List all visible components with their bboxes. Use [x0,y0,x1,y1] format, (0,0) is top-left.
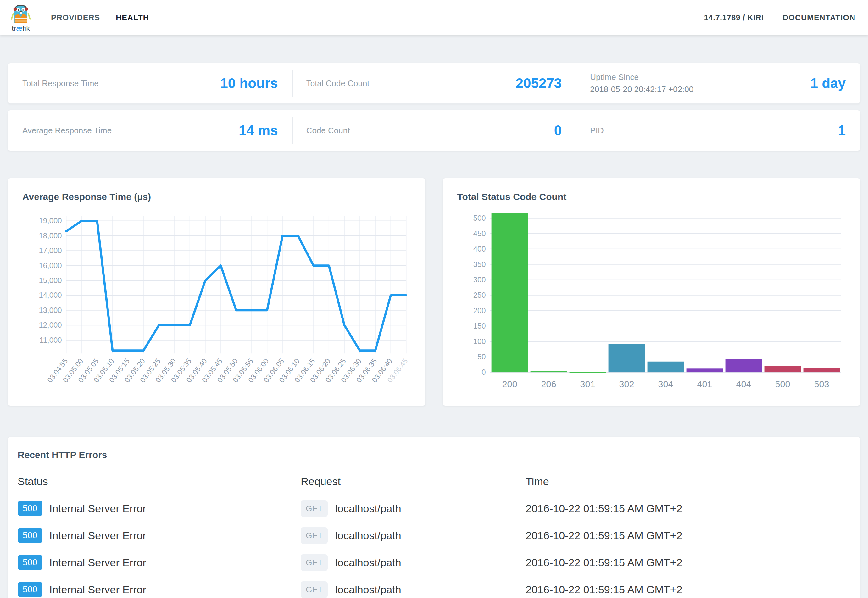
nav-item-providers[interactable]: PROVIDERS [51,13,100,22]
svg-text:18,000: 18,000 [39,232,61,240]
status-badge: 500 [18,528,42,543]
traefik-gopher-icon [9,3,32,25]
errors-table-title: Recent HTTP Errors [8,450,860,460]
svg-text:0: 0 [482,368,486,376]
svg-text:401: 401 [697,379,712,389]
column-header-time: Time [525,471,850,495]
errors-table-header: Status Request Time [8,471,860,495]
svg-text:250: 250 [473,291,486,299]
svg-text:14,000: 14,000 [39,291,61,299]
status-text: Internal Server Error [49,556,146,569]
svg-text:200: 200 [473,306,486,315]
stat-label: Code Count [306,126,350,136]
svg-text:15,000: 15,000 [39,276,61,284]
status-text: Internal Server Error [49,583,146,596]
svg-text:16,000: 16,000 [39,261,61,270]
stat-value: 1 day [810,75,846,91]
stat-average-response-time: Average Response Time 14 ms [8,111,292,151]
svg-text:404: 404 [736,379,751,389]
svg-text:350: 350 [473,260,486,269]
stats-card-totals: Total Response Time 10 hours Total Code … [8,63,860,104]
method-badge: GET [301,582,328,598]
svg-text:300: 300 [473,275,486,284]
stat-value: 1 [838,123,846,138]
stat-total-code-count: Total Code Count 205273 [292,63,576,103]
top-nav: træfik PROVIDERS HEALTH 14.7.1789 / KIRI… [0,0,868,35]
svg-text:200: 200 [502,379,517,389]
stat-code-count: Code Count 0 [292,111,576,151]
svg-text:11,000: 11,000 [39,336,61,344]
svg-text:301: 301 [580,379,595,389]
nav-item-documentation[interactable]: DOCUMENTATION [783,13,856,22]
svg-text:302: 302 [619,379,634,389]
svg-text:500: 500 [775,379,790,389]
stat-label: Total Response Time [22,79,99,88]
status-badge: 500 [18,582,42,597]
traefik-logo[interactable]: træfik [9,3,32,33]
stat-total-response-time: Total Response Time 10 hours [8,63,292,103]
error-time: 2016-10-22 01:59:15 AM GMT+2 [525,529,850,542]
svg-text:12,000: 12,000 [39,321,61,329]
method-badge: GET [301,500,328,517]
column-header-status: Status [18,471,301,495]
table-row: 500Internal Server ErrorGETlocalhost/pat… [8,549,860,576]
response-time-chart-card: Average Response Time (µs) 11,00012,0001… [8,178,425,406]
stat-uptime-date: 2018-05-20 20:42:17 +02:00 [590,85,693,94]
response-time-line-chart: 11,00012,00013,00014,00015,00016,00017,0… [22,208,411,402]
request-path: localhost/path [335,556,401,569]
stat-pid: PID 1 [576,111,860,151]
stat-label: Uptime Since [590,72,693,82]
method-badge: GET [301,527,328,544]
stat-value: 205273 [516,75,562,91]
request-path: localhost/path [335,502,401,515]
status-badge: 500 [18,555,42,570]
request-path: localhost/path [335,583,401,596]
svg-text:150: 150 [473,321,486,330]
column-header-request: Request [301,471,525,495]
svg-text:13,000: 13,000 [39,306,61,314]
error-time: 2016-10-22 01:59:15 AM GMT+2 [525,502,850,515]
request-path: localhost/path [335,529,401,542]
stat-label: Average Response Time [22,126,112,136]
table-row: 500Internal Server ErrorGETlocalhost/pat… [8,576,860,598]
status-text: Internal Server Error [49,502,146,515]
svg-text:206: 206 [541,379,556,389]
svg-text:304: 304 [658,379,673,389]
errors-table-body: 500Internal Server ErrorGETlocalhost/pat… [8,495,860,598]
stat-label: PID [590,126,603,136]
svg-text:503: 503 [814,379,829,389]
version-label: 14.7.1789 / KIRI [704,13,763,22]
error-time: 2016-10-22 01:59:15 AM GMT+2 [525,556,850,569]
status-text: Internal Server Error [49,529,146,542]
status-code-chart-card: Total Status Code Count 0501001502002503… [443,178,861,406]
nav-item-health[interactable]: HEALTH [116,13,149,22]
bar-chart-title: Total Status Code Count [457,191,846,202]
stat-value: 10 hours [220,75,278,91]
recent-errors-card: Recent HTTP Errors Status Request Time 5… [8,437,860,598]
svg-text:19,000: 19,000 [39,216,61,225]
stat-value: 14 ms [239,123,278,138]
svg-text:50: 50 [477,353,486,361]
svg-text:17,000: 17,000 [39,246,61,255]
svg-text:400: 400 [473,245,486,253]
method-badge: GET [301,554,328,571]
error-time: 2016-10-22 01:59:15 AM GMT+2 [525,583,850,596]
stats-card-current: Average Response Time 14 ms Code Count 0… [8,110,860,151]
stat-uptime-since: Uptime Since 2018-05-20 20:42:17 +02:00 … [576,63,860,103]
logo-text: træfik [12,24,30,33]
svg-text:500: 500 [473,214,486,222]
stat-value: 0 [554,123,562,138]
status-badge: 500 [18,501,42,516]
stat-label: Total Code Count [306,79,370,88]
line-chart-title: Average Response Time (µs) [22,191,411,202]
svg-text:450: 450 [473,229,486,238]
table-row: 500Internal Server ErrorGETlocalhost/pat… [8,495,860,522]
status-code-bar-chart: 0501001502002503003504004505002002063013… [457,208,846,396]
svg-text:100: 100 [473,337,486,345]
table-row: 500Internal Server ErrorGETlocalhost/pat… [8,522,860,549]
